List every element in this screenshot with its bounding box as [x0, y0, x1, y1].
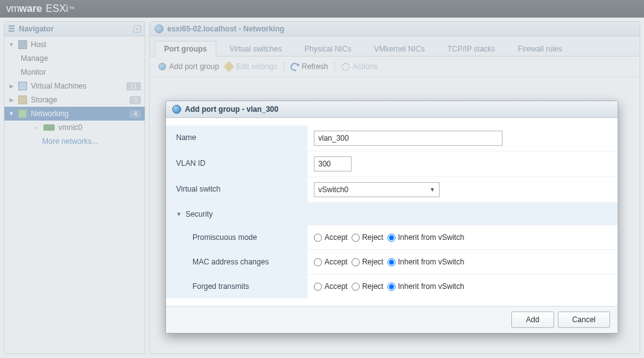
forged-reject[interactable]: Reject — [352, 282, 384, 291]
forged-radio-group: Accept Reject Inherit from vSwitch — [314, 282, 464, 291]
form-row-promiscuous: Promiscuous mode Accept Reject Inherit f… — [166, 225, 618, 250]
tab-firewall-rules[interactable]: Firewall rules — [508, 41, 572, 57]
name-label: Name — [166, 126, 308, 151]
refresh-icon — [289, 62, 300, 72]
sidebar-item-monitor[interactable]: Monitor — [4, 65, 145, 79]
brand-vm: vm — [6, 3, 19, 14]
vms-count: 11 — [126, 82, 141, 90]
add-port-group-dialog: Add port group - vlan_300 Name VLAN ID V… — [165, 100, 618, 334]
form-row-vswitch: Virtual switch vSwitch0 ▼ — [166, 177, 618, 203]
caret-down-icon: ▼ — [8, 111, 14, 117]
sidebar-item-manage[interactable]: Manage — [4, 52, 145, 65]
caret-right-icon: ▸ — [33, 124, 40, 131]
mac-accept[interactable]: Accept — [314, 258, 348, 266]
refresh-label: Refresh — [302, 62, 328, 71]
add-port-group-button[interactable]: Add port group — [158, 62, 219, 71]
storage-count: 3 — [130, 96, 141, 104]
sidebar-item-vmnic0[interactable]: ▸ vmnic0 — [4, 121, 145, 134]
vms-icon — [18, 82, 27, 90]
navigator-header: ☰ Navigator ‹ — [4, 22, 145, 36]
vswitch-value: vSwitch0 — [318, 185, 348, 194]
caret-down-icon: ▼ — [8, 41, 14, 48]
security-label: Security — [186, 210, 213, 219]
caret-down-icon: ▼ — [176, 211, 182, 217]
form-row-mac: MAC address changes Accept Reject Inheri… — [166, 250, 618, 274]
form-row-vlan: VLAN ID — [166, 151, 618, 177]
vlan-input[interactable] — [314, 156, 352, 171]
actions-label: Actions — [353, 62, 377, 71]
collapse-icon[interactable]: ‹ — [133, 25, 141, 33]
vms-label: Virtual Machines — [31, 82, 87, 90]
tab-port-groups[interactable]: Port groups — [155, 41, 216, 57]
storage-label: Storage — [31, 95, 57, 104]
forged-inherit[interactable]: Inherit from vSwitch — [387, 282, 464, 291]
mac-radio-group: Accept Reject Inherit from vSwitch — [314, 258, 464, 266]
trademark-icon: ™ — [69, 6, 74, 12]
promiscuous-radio-group: Accept Reject Inherit from vSwitch — [314, 233, 464, 242]
more-networks-link[interactable]: More networks... — [42, 137, 98, 146]
sidebar-item-storage[interactable]: ▶ Storage 3 — [4, 93, 145, 107]
mac-inherit[interactable]: Inherit from vSwitch — [387, 258, 464, 266]
networking-label: Networking — [31, 109, 69, 118]
storage-icon — [18, 95, 27, 104]
tab-vmkernel-nics[interactable]: VMkernel NICs — [365, 41, 435, 57]
promiscuous-reject[interactable]: Reject — [352, 233, 384, 242]
sidebar-item-more-networks[interactable]: More networks... — [4, 134, 145, 148]
mac-label: MAC address changes — [166, 250, 308, 274]
brand-bar: vmware ESXi™ — [0, 0, 644, 18]
caret-right-icon: ▶ — [8, 97, 14, 103]
actions-button[interactable]: Actions — [341, 62, 377, 71]
host-icon — [18, 40, 27, 49]
separator — [284, 62, 284, 72]
promiscuous-label: Promiscuous mode — [166, 225, 308, 249]
dialog-body: Name VLAN ID Virtual switch vSwitch0 ▼ ▼… — [166, 118, 618, 306]
page-title: esxi65-02.localhost - Networking — [167, 24, 284, 33]
monitor-label: Monitor — [21, 68, 46, 77]
sidebar-item-vms[interactable]: ▶ Virtual Machines 11 — [4, 79, 145, 93]
globe-icon — [158, 63, 166, 70]
gear-icon — [341, 63, 350, 71]
caret-right-icon: ▶ — [8, 83, 14, 89]
host-label: Host — [31, 40, 47, 49]
sidebar-item-networking[interactable]: ▼ Networking 4 — [4, 107, 145, 121]
navigator-title: Navigator — [19, 24, 53, 33]
mac-reject[interactable]: Reject — [352, 258, 384, 266]
name-input[interactable] — [314, 131, 502, 146]
forged-accept[interactable]: Accept — [314, 282, 348, 291]
globe-icon — [155, 24, 164, 33]
networking-count: 4 — [130, 110, 141, 118]
manage-label: Manage — [21, 54, 48, 63]
globe-icon — [172, 105, 181, 114]
forged-label: Forged transmits — [166, 274, 308, 298]
brand-product: ESXi — [46, 3, 69, 14]
dialog-title: Add port group - vlan_300 — [185, 105, 279, 114]
sidebar-item-host[interactable]: ▼ Host — [4, 38, 145, 52]
tab-tcpip-stacks[interactable]: TCP/IP stacks — [438, 41, 505, 57]
edit-settings-label: Edit settings — [236, 62, 277, 71]
security-section-header[interactable]: ▼ Security — [166, 203, 618, 225]
nic-label: vmnic0 — [58, 123, 82, 132]
tab-physical-nics[interactable]: Physical NICs — [295, 41, 361, 57]
navigator-icon: ☰ — [8, 24, 15, 33]
cancel-button[interactable]: Cancel — [558, 312, 610, 328]
toolbar: Add port group Edit settings Refresh Act… — [150, 57, 640, 77]
dialog-footer: Add Cancel — [166, 306, 618, 333]
form-row-name: Name — [166, 126, 618, 151]
promiscuous-inherit[interactable]: Inherit from vSwitch — [387, 233, 464, 242]
nic-icon — [43, 124, 55, 131]
vswitch-label: Virtual switch — [166, 177, 308, 202]
vswitch-select[interactable]: vSwitch0 ▼ — [314, 182, 440, 197]
form-row-forged: Forged transmits Accept Reject Inherit f… — [166, 274, 618, 298]
navigator-tree: ▼ Host Manage Monitor ▶ Virtual Machines… — [4, 36, 145, 149]
vlan-label: VLAN ID — [166, 151, 308, 176]
promiscuous-accept[interactable]: Accept — [314, 233, 348, 242]
refresh-button[interactable]: Refresh — [291, 62, 328, 71]
brand-ware: ware — [19, 3, 42, 14]
add-button[interactable]: Add — [511, 312, 553, 328]
tab-virtual-switches[interactable]: Virtual switches — [220, 41, 291, 57]
navigator-panel: ☰ Navigator ‹ ▼ Host Manage Monitor ▶ Vi… — [4, 21, 145, 354]
separator — [335, 62, 335, 72]
networking-icon — [18, 109, 27, 118]
edit-settings-button[interactable]: Edit settings — [225, 62, 277, 71]
main-header: esxi65-02.localhost - Networking — [150, 22, 640, 36]
